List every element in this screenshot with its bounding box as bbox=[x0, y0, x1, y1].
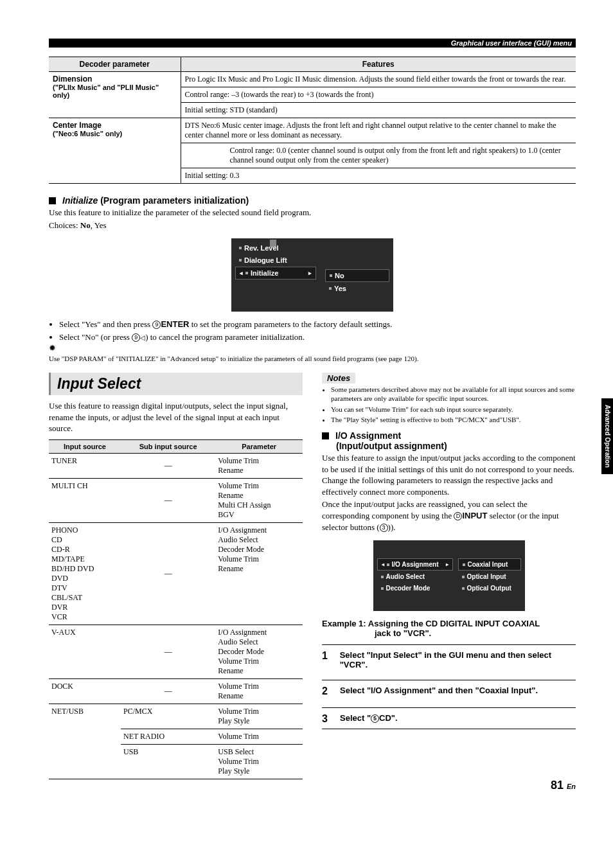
step-num-3: 3 bbox=[322, 713, 331, 725]
circled-9-icon: 9 bbox=[152, 321, 161, 329]
step-num-1: 1 bbox=[322, 650, 331, 662]
t1-header-1: Decoder parameter bbox=[49, 57, 181, 72]
menu-option-yes: Yes bbox=[325, 283, 389, 294]
io-heading-2: (Input/output assignment) bbox=[336, 441, 576, 451]
notes-label: Notes bbox=[322, 373, 355, 384]
table-row: DOCK — Volume Trim Rename bbox=[49, 678, 303, 704]
left-column: Input Select Use this feature to reassig… bbox=[49, 373, 303, 779]
header-strip: Graphical user interface (GUI) menu bbox=[49, 39, 576, 48]
io-menu-screenshot: ◂I/O Assignment▸ Audio Select Decoder Mo… bbox=[373, 540, 525, 611]
initialize-heading: Initialize (Program parameters initializ… bbox=[49, 195, 576, 206]
t1-dimension-init: Initial setting: STD (standard) bbox=[181, 103, 576, 118]
t1-dimension-desc: Pro Logic IIx Music and Pro Logic II Mus… bbox=[181, 72, 576, 87]
menu-item-io-assignment: ◂I/O Assignment▸ bbox=[377, 558, 453, 571]
square-bullet-icon bbox=[49, 197, 56, 204]
step-1: 1 Select "Input Select" in the GUI menu … bbox=[322, 644, 576, 673]
input-select-desc: Use this feature to reassign digital inp… bbox=[49, 400, 303, 434]
menu-item-decoder-mode: Decoder Mode bbox=[377, 583, 453, 594]
menu-option-optical-in: Optical Input bbox=[458, 571, 521, 582]
menu-item-rev-level: Rev. Level bbox=[235, 242, 316, 254]
io-p2: Once the input/output jacks are reassign… bbox=[322, 499, 576, 533]
menu-item-initialize: ◂Initialize▸ bbox=[235, 267, 316, 279]
t1-header-2: Features bbox=[181, 57, 576, 72]
left-arrow-icon bbox=[140, 332, 145, 342]
step-num-2: 2 bbox=[322, 686, 331, 697]
t1-centerimage-desc: DTS Neo:6 Music center image. Adjusts th… bbox=[181, 118, 576, 143]
table-row: V-AUX — I/O Assignment Audio Select Deco… bbox=[49, 624, 303, 678]
tip-icon bbox=[49, 343, 576, 353]
menu-option-no: No bbox=[325, 269, 389, 282]
menu-item-audio-select: Audio Select bbox=[377, 571, 453, 582]
circled-9-icon: 9 bbox=[132, 333, 140, 342]
bullet-yes: Select "Yes" and then press 9ENTER to se… bbox=[59, 318, 576, 331]
io-heading: I/O Assignment bbox=[322, 430, 576, 441]
circled-5-icon: 5 bbox=[371, 714, 379, 723]
note-2: You can set "Volume Trim" for each sub i… bbox=[331, 405, 576, 414]
menu-option-coaxial: Coaxial Input bbox=[458, 558, 521, 571]
circled-3-icon: 3 bbox=[380, 524, 388, 532]
side-tab: Advanced Operation bbox=[601, 398, 613, 474]
t1-dimension-range: Control range: –3 (towards the rear) to … bbox=[181, 87, 576, 103]
t2-h2: Sub input source bbox=[121, 439, 215, 453]
tip-text: Use "DSP PARAM" of "INITIALIZE" in "Adva… bbox=[49, 355, 576, 362]
initialize-menu-screenshot: Rev. Level Dialogue Lift ◂Initialize▸ No… bbox=[231, 238, 393, 312]
square-bullet-icon bbox=[322, 432, 329, 439]
t1-param-centerimage: Center Image ("Neo:6 Music" only) bbox=[49, 118, 181, 184]
t2-h1: Input source bbox=[49, 439, 121, 453]
right-column: Notes Some parameters described above ma… bbox=[322, 373, 576, 779]
bullet-no: Select "No" (or press 9) to cancel the p… bbox=[59, 331, 576, 344]
input-select-heading: Input Select bbox=[49, 373, 303, 395]
table-row: MULTI CH — Volume Trim Rename Multi CH A… bbox=[49, 478, 303, 522]
table-row: PHONO CD CD-R MD/TAPE BD/HD DVD DVD DTV … bbox=[49, 522, 303, 624]
table-row: NET/USB PC/MCX Volume Trim Play Style bbox=[49, 704, 303, 729]
decoder-parameter-table: Decoder parameter Features Dimension ("P… bbox=[49, 57, 576, 184]
initialize-bullets: Select "Yes" and then press 9ENTER to se… bbox=[49, 318, 576, 343]
table-row: TUNER — Volume Trim Rename bbox=[49, 453, 303, 478]
example-heading: Example 1: Assigning the CD DIGITAL INPU… bbox=[322, 619, 576, 638]
note-1: Some parameters described above may not … bbox=[331, 385, 576, 403]
menu-item-dialogue-lift: Dialogue Lift bbox=[235, 254, 316, 266]
step-2: 2 Select "I/O Assignment" and then "Coax… bbox=[322, 680, 576, 701]
header-strip-text: Graphical user interface (GUI) menu bbox=[451, 39, 572, 47]
input-select-table: Input source Sub input source Parameter … bbox=[49, 439, 303, 779]
initialize-text-1: Use this feature to initialize the param… bbox=[49, 207, 576, 218]
note-3: The "Play Style" setting is effective to… bbox=[331, 415, 576, 424]
step-3: 3 Select "5CD". bbox=[322, 707, 576, 729]
menu-option-optical-out: Optical Output bbox=[458, 583, 521, 594]
initialize-choices: Choices: No, Yes bbox=[49, 220, 576, 231]
t1-param-dimension: Dimension ("PLIIx Music" and "PLII Music… bbox=[49, 72, 181, 118]
io-p1: Use this feature to assign the input/out… bbox=[322, 452, 576, 497]
t2-h3: Parameter bbox=[215, 439, 303, 453]
circled-d-icon: D bbox=[454, 512, 462, 520]
page-number: 81 En bbox=[551, 779, 576, 792]
notes-list: Some parameters described above may not … bbox=[322, 385, 576, 424]
t1-centerimage-init: Initial setting: 0.3 bbox=[181, 168, 576, 184]
t1-centerimage-range: Control range: 0.0 (center channel sound… bbox=[181, 143, 576, 168]
